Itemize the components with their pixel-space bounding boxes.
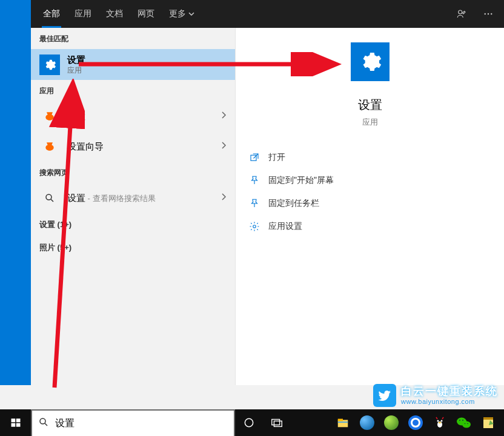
bird-icon xyxy=(373,384,396,407)
result-title: 设置 xyxy=(67,110,213,122)
search-icon xyxy=(38,417,49,430)
chevron-right-icon xyxy=(220,111,227,122)
svg-rect-15 xyxy=(272,420,280,425)
detail-pane: 设置 应用 打开 固定到"开始"屏幕 固定到任务栏 应用设置 xyxy=(235,28,504,385)
svg-rect-18 xyxy=(338,419,343,421)
windows-icon xyxy=(10,417,21,428)
action-app-settings[interactable]: 应用设置 xyxy=(249,215,491,238)
svg-point-29 xyxy=(465,423,466,424)
folder-icon xyxy=(336,416,350,429)
svg-point-28 xyxy=(462,420,463,421)
svg-point-22 xyxy=(437,420,439,422)
svg-point-3 xyxy=(491,13,492,15)
taskbar-app-explorer[interactable] xyxy=(331,409,355,436)
taskbar-app-browser-2[interactable] xyxy=(379,409,403,436)
taskbar-app-browser-1[interactable] xyxy=(355,409,379,436)
detail-gear-icon xyxy=(351,42,390,81)
results-list: 最佳匹配 设置 应用 应用 设置 xyxy=(31,28,235,385)
svg-rect-16 xyxy=(274,421,282,426)
globe-icon xyxy=(360,415,374,430)
tab-web[interactable]: 网页 xyxy=(130,0,162,28)
taskbar-app-browser-3[interactable] xyxy=(403,409,428,436)
result-sub: 应用 xyxy=(67,66,227,76)
svg-point-30 xyxy=(467,423,468,424)
taskbar-search-box[interactable] xyxy=(31,409,235,436)
search-input[interactable] xyxy=(55,418,228,429)
action-pin-start[interactable]: 固定到"开始"屏幕 xyxy=(249,169,491,192)
svg-point-1 xyxy=(485,13,486,15)
svg-point-27 xyxy=(459,420,460,421)
sogou-icon xyxy=(39,136,60,157)
gear-icon xyxy=(249,221,260,232)
taskbar-app-wechat[interactable] xyxy=(452,409,476,436)
pin-icon xyxy=(249,175,260,186)
svg-point-24 xyxy=(439,422,441,423)
pin-icon xyxy=(249,198,260,209)
action-pin-taskbar[interactable]: 固定到任务栏 xyxy=(249,192,491,215)
svg-point-2 xyxy=(488,13,489,15)
detail-title: 设置 xyxy=(358,97,382,113)
tab-apps[interactable]: 应用 xyxy=(67,0,99,28)
more-options-icon[interactable] xyxy=(477,3,499,25)
detail-sub: 应用 xyxy=(362,117,378,128)
collapse-settings[interactable]: 设置 (1+) xyxy=(31,213,235,236)
svg-point-23 xyxy=(441,420,443,422)
search-tabs: 全部 应用 文档 网页 更多 xyxy=(31,0,504,28)
sogou-icon xyxy=(39,106,60,127)
collapse-photos[interactable]: 照片 (5+) xyxy=(31,236,235,259)
open-icon xyxy=(249,152,260,163)
search-icon xyxy=(39,188,60,208)
result-app-2[interactable]: 设置向导 xyxy=(31,131,235,162)
note-icon xyxy=(482,415,495,430)
svg-rect-9 xyxy=(11,418,15,422)
taskbar-app-notes[interactable] xyxy=(476,409,500,436)
svg-point-13 xyxy=(40,418,45,424)
task-view-icon xyxy=(270,417,284,429)
result-title: 设置向导 xyxy=(67,140,213,153)
section-best-match: 最佳匹配 xyxy=(31,28,235,49)
result-title: 设置 - 查看网络搜索结果 xyxy=(67,192,213,204)
svg-rect-12 xyxy=(16,423,20,427)
watermark: 白云一键重装系统 www.baiyunxitong.com xyxy=(373,384,498,407)
chevron-down-icon xyxy=(188,11,194,17)
globe-icon xyxy=(384,415,399,430)
cortana-button[interactable] xyxy=(235,409,263,436)
gear-icon xyxy=(39,54,60,75)
result-title: 设置 xyxy=(67,54,227,66)
svg-point-0 xyxy=(459,10,462,14)
action-open[interactable]: 打开 xyxy=(249,146,491,169)
result-web-1[interactable]: 设置 - 查看网络搜索结果 xyxy=(31,183,235,213)
svg-point-26 xyxy=(462,421,471,428)
taskbar xyxy=(0,409,504,436)
svg-rect-10 xyxy=(16,418,20,422)
result-app-1[interactable]: 设置 xyxy=(31,101,235,131)
tab-more[interactable]: 更多 xyxy=(162,0,202,28)
svg-point-4 xyxy=(46,194,51,200)
circle-icon xyxy=(243,417,255,429)
section-search-web: 搜索网页 xyxy=(31,162,235,183)
tab-docs[interactable]: 文档 xyxy=(99,0,130,28)
taskbar-app-qq[interactable] xyxy=(428,409,452,436)
svg-rect-19 xyxy=(338,421,348,423)
globe-icon xyxy=(408,415,423,430)
result-settings-app[interactable]: 设置 应用 xyxy=(31,49,235,80)
section-apps: 应用 xyxy=(31,80,235,101)
tab-all[interactable]: 全部 xyxy=(36,0,67,28)
penguin-icon xyxy=(433,415,447,430)
feedback-icon[interactable] xyxy=(451,3,472,25)
start-button[interactable] xyxy=(0,409,31,436)
chevron-right-icon xyxy=(220,193,227,203)
chevron-right-icon xyxy=(220,141,227,152)
svg-rect-32 xyxy=(483,417,493,420)
task-view-button[interactable] xyxy=(263,409,291,436)
svg-rect-11 xyxy=(11,423,15,427)
svg-point-6 xyxy=(253,225,256,228)
wechat-icon xyxy=(456,415,472,430)
svg-point-14 xyxy=(245,418,253,426)
